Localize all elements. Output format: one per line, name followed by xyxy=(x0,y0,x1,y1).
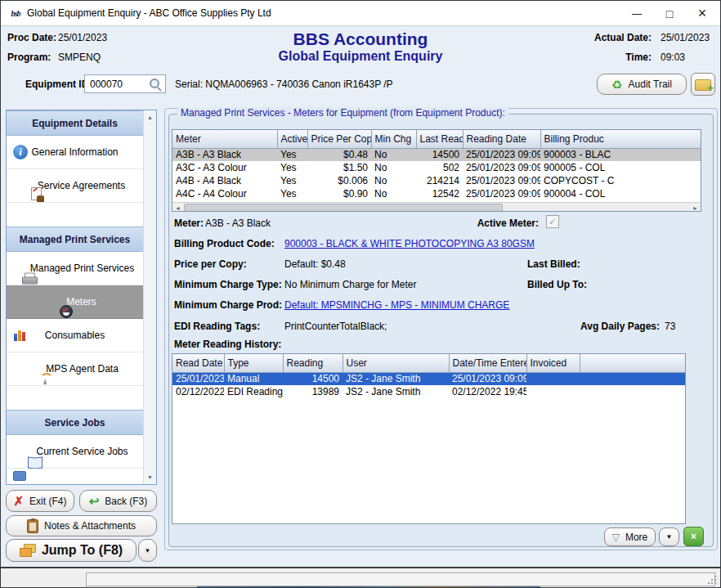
table-row[interactable]: 25/01/2023 Manual 14500 JS2 - Jane Smith… xyxy=(172,372,685,385)
scrollbar-thumb[interactable] xyxy=(184,204,503,212)
jump-to-dropdown-button[interactable]: ▼ xyxy=(138,539,157,562)
close-icon[interactable]: × xyxy=(686,1,719,26)
sidebar-item-current-service-jobs[interactable]: Current Service Jobs xyxy=(7,435,143,469)
sidebar-item-label: Service Agreements xyxy=(38,180,125,191)
sidebar-item-consumables[interactable]: Consumables xyxy=(7,319,143,352)
cell: $0.48 xyxy=(307,148,371,161)
sidebar-scrollbar[interactable]: ▲ ▼ xyxy=(143,110,156,484)
cell xyxy=(526,385,580,398)
cell xyxy=(526,372,580,385)
scroll-down-icon[interactable]: ▼ xyxy=(144,471,156,483)
audit-trail-button[interactable]: ♻ Audit Trail xyxy=(597,74,687,95)
meter-label: Meter: xyxy=(174,218,204,229)
book-icon xyxy=(28,456,43,468)
cell: Yes xyxy=(277,161,307,174)
cell: No xyxy=(371,148,416,161)
audit-trail-label: Audit Trail xyxy=(629,79,672,90)
window-controls: — □ × xyxy=(620,1,719,26)
col-active[interactable]: Active xyxy=(277,130,307,148)
table-row[interactable]: 02/12/2022 EDI Reading 13989 JS2 - Jane … xyxy=(172,385,685,398)
col-last-read[interactable]: Last Read xyxy=(416,130,463,148)
min-charge-prod-link[interactable]: Default: MPSMINCHG - MPS - MINIMUM CHARG… xyxy=(284,299,509,311)
col-reading-date[interactable]: Reading Date xyxy=(463,130,540,148)
history-table-container: Read Date Type Reading User Date/Time En… xyxy=(172,353,686,524)
table-row[interactable]: A3B - A3 Black Yes $0.48 No 14500 25/01/… xyxy=(172,148,701,161)
history-table[interactable]: Read Date Type Reading User Date/Time En… xyxy=(172,354,686,398)
minimize-icon[interactable]: — xyxy=(620,1,653,26)
jump-to-button[interactable]: Jump To (F8) xyxy=(6,539,137,562)
col-read-date[interactable]: Read Date xyxy=(172,354,224,372)
actual-date-label: Actual Date: xyxy=(557,32,652,43)
cell: Yes xyxy=(277,187,307,200)
sidebar-item-managed-print-services[interactable]: Managed Print Services xyxy=(7,252,143,285)
col-invoiced[interactable]: Invoiced xyxy=(526,354,580,372)
sidebar: Equipment Details i General Information … xyxy=(6,110,157,485)
col-billing-product[interactable]: Billing Produc xyxy=(540,130,701,148)
cell: 900005 - COL xyxy=(540,161,701,174)
partial-item-icon xyxy=(13,471,26,481)
status-field xyxy=(86,572,715,586)
active-meter-checkbox[interactable]: ✓ xyxy=(546,215,559,228)
maximize-icon[interactable]: □ xyxy=(653,1,686,26)
scroll-up-icon[interactable]: ▲ xyxy=(144,111,156,123)
meters-header-row[interactable]: Meter Active Price Per Copy Min Chg Last… xyxy=(172,130,701,148)
sidebar-item-label: Current Service Jobs xyxy=(36,446,128,457)
more-button[interactable]: ▽ More xyxy=(604,527,656,546)
back-arrow-icon: ↩ xyxy=(89,495,100,507)
more-label: More xyxy=(625,532,647,543)
cell: No xyxy=(371,187,416,200)
horizontal-scrollbar[interactable]: ◄ ► xyxy=(172,202,701,212)
notes-attachments-button[interactable]: Notes & Attachments xyxy=(6,515,157,536)
meters-table-container: Meter Active Price Per Copy Min Chg Last… xyxy=(172,129,701,212)
cell: A4C - A4 Colour xyxy=(172,187,277,200)
sidebar-item-mps-agent-data[interactable]: MPS Agent Data xyxy=(7,352,143,386)
sidebar-item-service-agreements[interactable]: Service Agreements xyxy=(7,169,143,203)
col-type[interactable]: Type xyxy=(224,354,283,372)
sidebar-section-equipment-details: Equipment Details xyxy=(7,110,143,136)
cell: Yes xyxy=(277,148,307,161)
sidebar-section-service-jobs: Service Jobs xyxy=(7,410,143,435)
col-user[interactable]: User xyxy=(343,354,449,372)
col-price[interactable]: Price Per Copy xyxy=(307,130,371,148)
sidebar-item-general-information[interactable]: i General Information xyxy=(7,136,143,169)
col-min-chg[interactable]: Min Chg xyxy=(371,130,416,148)
back-button[interactable]: ↩ Back (F3) xyxy=(79,490,157,512)
exit-button[interactable]: ✗ Exit (F4) xyxy=(6,490,74,512)
scroll-right-icon[interactable]: ► xyxy=(690,203,701,212)
table-row[interactable]: A4B - A4 Black Yes $0.006 No 214214 25/0… xyxy=(172,174,701,187)
sidebar-item-label: MPS Agent Data xyxy=(46,363,119,375)
sidebar-item-partial[interactable] xyxy=(7,469,143,484)
cell: EDI Reading xyxy=(224,385,283,398)
history-header-row[interactable]: Read Date Type Reading User Date/Time En… xyxy=(172,354,685,372)
more-dropdown-button[interactable]: ▼ xyxy=(659,527,679,546)
export-excel-button[interactable]: × xyxy=(683,527,704,546)
new-folder-button[interactable] xyxy=(691,73,715,96)
jump-label: Jump To (F8) xyxy=(42,543,123,558)
table-row[interactable]: A3C - A3 Colour Yes $1.50 No 502 25/01/2… xyxy=(172,161,701,174)
cell: 900003 - BLAC xyxy=(540,148,701,161)
billing-product-link[interactable]: 900003 - BLACK & WHITE PHOTOCOPYING A3 8… xyxy=(284,238,535,249)
meters-table[interactable]: Meter Active Price Per Copy Min Chg Last… xyxy=(172,130,701,200)
cell: 502 xyxy=(416,161,463,174)
sidebar-item-meters[interactable]: Meters xyxy=(7,285,143,319)
min-charge-prod-label: Minimum Charge Prod: xyxy=(174,299,282,311)
col-reading[interactable]: Reading xyxy=(283,354,343,372)
status-bar xyxy=(1,567,720,587)
cell: 25/01/2023 09:09 xyxy=(463,174,540,187)
min-charge-type-value: No Minimum Charge for Meter xyxy=(284,279,416,290)
consumables-icon xyxy=(13,330,26,341)
cell: Manual xyxy=(224,372,283,385)
avg-daily-pages-value: 73 xyxy=(665,321,675,332)
time-label: Time: xyxy=(557,52,652,63)
history-label: Meter Reading History: xyxy=(174,339,281,350)
active-meter-label: Active Meter: xyxy=(457,218,539,229)
cell: A3C - A3 Colour xyxy=(172,161,277,174)
table-row[interactable]: A4C - A4 Colour Yes $0.90 No 12542 25/01… xyxy=(172,187,701,200)
col-meter[interactable]: Meter xyxy=(172,130,277,148)
resize-grip[interactable] xyxy=(708,576,716,584)
cell: JS2 - Jane Smith xyxy=(343,385,449,398)
col-entered[interactable]: Date/Time Entered xyxy=(449,354,526,372)
search-icon[interactable] xyxy=(149,78,162,91)
avg-daily-pages-label: Avg Daily Pages: xyxy=(553,321,660,332)
scroll-left-icon[interactable]: ◄ xyxy=(172,203,183,213)
